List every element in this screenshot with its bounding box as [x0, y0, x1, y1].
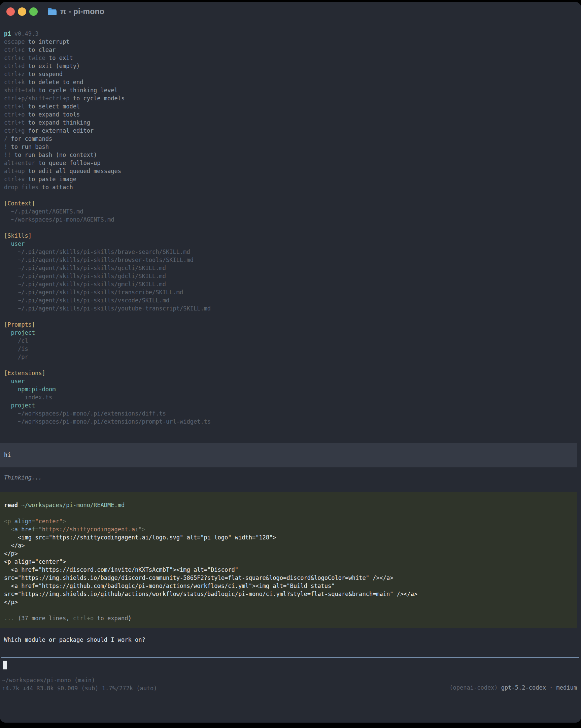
- terminal-line: [4, 224, 577, 232]
- status-model-info: (openai-codex) gpt-5.2-codex · medium: [449, 684, 577, 691]
- status-bar: ~/workspaces/pi-mono (main) ↑4.7k ↓44 R3…: [0, 676, 581, 692]
- terminal-line: index.ts: [4, 393, 577, 401]
- terminal-line: ctrl+d to exit (empty): [4, 62, 577, 70]
- terminal-line: ~/.pi/agent/skills/pi-skills/transcribe/…: [4, 288, 577, 296]
- thinking-indicator: Thinking...: [0, 473, 581, 482]
- terminal-line: ~/.pi/agent/skills/pi-skills/youtube-tra…: [4, 304, 577, 312]
- startup-help: pi v0.49.3escape to interruptctrl+c to c…: [0, 30, 581, 425]
- terminal-line: </a>: [4, 542, 573, 549]
- terminal-line: ! to run bash: [4, 143, 577, 151]
- terminal-line: ctrl+z to suspend: [4, 70, 577, 78]
- terminal-line: ~/.pi/agent/skills/pi-skills/browser-too…: [4, 256, 577, 264]
- terminal-line: ctrl+v to paste image: [4, 175, 577, 183]
- terminal-line: Which module or package should I work on…: [4, 636, 577, 644]
- terminal-line: shift+tab to cycle thinking level: [4, 86, 577, 94]
- traffic-lights: [6, 7, 38, 16]
- terminal-line: ~/.pi/agent/skills/pi-skills/gmcli/SKILL…: [4, 280, 577, 288]
- status-cwd: ~/workspaces/pi-mono (main): [2, 676, 577, 684]
- close-button[interactable]: [6, 7, 15, 16]
- terminal-window: π - pi-mono pi v0.49.3escape to interrup…: [0, 2, 581, 723]
- terminal-line: [4, 191, 577, 199]
- terminal-line: ~/.pi/agent/skills/pi-skills/gccli/SKILL…: [4, 264, 577, 272]
- terminal-line: ~/.pi/agent/skills/pi-skills/brave-searc…: [4, 248, 577, 256]
- terminal-line: src="https://img.shields.io/github/actio…: [4, 590, 573, 598]
- terminal-line: ctrl+o to expand tools: [4, 110, 577, 119]
- terminal-line: user: [4, 377, 577, 385]
- title-bar: π - pi-mono: [0, 2, 581, 21]
- terminal-line: ~/workspaces/pi-mono/.pi/extensions/prom…: [4, 418, 577, 425]
- terminal-line: <img src="https://shittycodingagent.ai/l…: [4, 534, 573, 542]
- terminal-line: project: [4, 401, 577, 410]
- terminal-line: read ~/workspaces/pi-mono/README.md: [4, 501, 573, 509]
- terminal-line: !! to run bash (no context): [4, 151, 577, 159]
- terminal-line: <a href="https://github.com/badlogic/pi-…: [4, 582, 573, 590]
- composer-input[interactable]: [1, 657, 579, 673]
- terminal-line: [4, 606, 573, 614]
- terminal-line: [Extensions]: [4, 369, 577, 377]
- status-model: gpt-5.2-codex · medium: [501, 684, 577, 691]
- window-title: π - pi-mono: [60, 7, 104, 16]
- terminal-line: ~/workspaces/pi-mono/.pi/extensions/diff…: [4, 410, 577, 418]
- terminal-line: alt+enter to queue follow-up: [4, 159, 577, 167]
- terminal-line: [Context]: [4, 199, 577, 207]
- terminal-line: [4, 312, 577, 320]
- terminal-line: <p align="center">: [4, 517, 573, 525]
- user-message: hi: [0, 443, 577, 467]
- terminal-scrollback: pi v0.49.3escape to interruptctrl+c to c…: [0, 30, 581, 644]
- terminal-line: ~/workspaces/pi-mono/AGENTS.md: [4, 215, 577, 224]
- folder-icon: [48, 8, 57, 16]
- terminal-line: /pr: [4, 353, 577, 361]
- terminal-line: </p>: [4, 598, 573, 606]
- terminal-line: drop files to attach: [4, 183, 577, 191]
- terminal-line: /is: [4, 345, 577, 353]
- terminal-line: ~/.pi/agent/AGENTS.md: [4, 207, 577, 215]
- terminal-line: <p align="center">: [4, 557, 573, 566]
- terminal-line: [4, 361, 577, 369]
- terminal-line: </p>: [4, 549, 573, 557]
- terminal-line: [4, 509, 573, 517]
- terminal-line: ctrl+g for external editor: [4, 127, 577, 135]
- terminal-line: ctrl+l to select model: [4, 102, 577, 110]
- terminal-line: <a href="https://shittycodingagent.ai">: [4, 525, 573, 534]
- terminal-line: npm:pi-doom: [4, 385, 577, 393]
- terminal-line: Thinking...: [4, 473, 577, 482]
- terminal-line: [Prompts]: [4, 320, 577, 329]
- terminal-line: hi: [4, 451, 573, 459]
- terminal-line: <a href="https://discord.com/invite/nKXT…: [4, 566, 573, 574]
- terminal-line: /cl: [4, 337, 577, 345]
- terminal-line: ... (37 more lines, ctrl+o to expand): [4, 614, 573, 622]
- terminal-line: [Skills]: [4, 232, 577, 240]
- terminal-line: src="https://img.shields.io/badge/discor…: [4, 574, 573, 582]
- terminal-line: escape to interrupt: [4, 38, 577, 46]
- minimize-button[interactable]: [18, 7, 26, 16]
- text-cursor: [3, 661, 7, 669]
- zoom-button[interactable]: [29, 7, 38, 16]
- terminal-line: pi v0.49.3: [4, 30, 577, 38]
- status-provider: (openai-codex): [449, 684, 501, 691]
- terminal-line: ctrl+t to expand thinking: [4, 119, 577, 127]
- terminal-line: / for commands: [4, 135, 577, 143]
- terminal-line: alt+up to edit all queued messages: [4, 167, 577, 175]
- terminal-line: ~/.pi/agent/skills/pi-skills/gdcli/SKILL…: [4, 272, 577, 280]
- terminal-line: ctrl+c twice to exit: [4, 54, 577, 62]
- terminal-line: ctrl+k to delete to end: [4, 78, 577, 86]
- terminal-line: project: [4, 329, 577, 337]
- terminal-line: ~/.pi/agent/skills/pi-skills/vscode/SKIL…: [4, 296, 577, 304]
- tool-call-read: read ~/workspaces/pi-mono/README.md <p a…: [0, 492, 577, 628]
- terminal-line: ctrl+p/shift+ctrl+p to cycle models: [4, 94, 577, 102]
- assistant-message: Which module or package should I work on…: [0, 636, 581, 644]
- terminal-line: user: [4, 240, 577, 248]
- terminal-line: ctrl+c to clear: [4, 46, 577, 54]
